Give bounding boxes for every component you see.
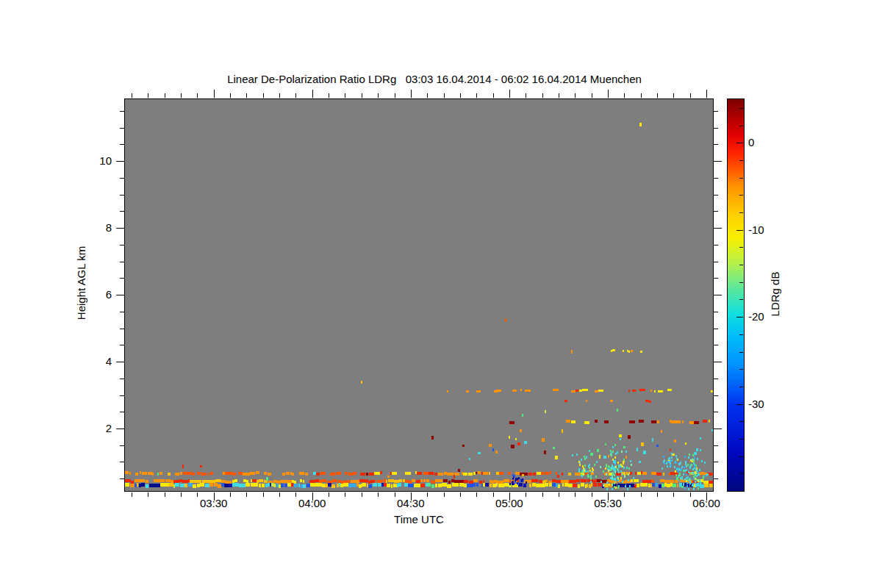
y-tick-minor-right (714, 395, 718, 396)
x-tick-minor-top (526, 93, 526, 98)
x-tick-minor (657, 492, 658, 497)
y-tick-minor (120, 445, 124, 446)
x-tick-minor (575, 492, 576, 497)
y-tick-minor (120, 462, 124, 462)
y-tick-minor-right (714, 412, 718, 412)
y-tick-minor (120, 144, 124, 145)
x-tick-minor-top (559, 93, 559, 98)
x-tick-minor-top (148, 93, 148, 98)
x-tick-minor-top (460, 93, 461, 98)
x-tick-minor (279, 492, 280, 497)
x-tick-minor-top (329, 93, 329, 98)
y-tick-minor-right (714, 312, 718, 312)
colorbar (727, 98, 745, 492)
x-tick-major-top (608, 90, 609, 98)
colorbar-tick-minor (739, 387, 743, 387)
y-tick-label: 4 (76, 355, 112, 368)
x-tick-major-top (312, 90, 313, 98)
colorbar-tick-minor (739, 160, 743, 161)
y-tick-minor (120, 278, 124, 279)
y-tick-major-right (714, 362, 722, 362)
colorbar-tick-minor (739, 456, 743, 457)
x-tick-label: 06:00 (683, 497, 730, 509)
y-tick-minor (120, 128, 124, 129)
y-tick-minor (120, 412, 124, 412)
y-tick-minor-right (714, 128, 718, 129)
x-tick-minor (378, 492, 379, 497)
x-tick-major-top (706, 90, 707, 98)
y-tick-major-right (714, 161, 722, 162)
colorbar-tick-minor (739, 195, 743, 196)
x-tick-minor-top (165, 93, 165, 98)
y-tick-major (116, 429, 124, 429)
colorbar-tick-minor (739, 282, 743, 283)
y-tick-minor-right (714, 379, 718, 379)
x-tick-minor-top (657, 93, 658, 98)
x-tick-minor-top (279, 93, 280, 98)
x-tick-minor-top (132, 93, 132, 98)
x-tick-minor (476, 492, 477, 497)
x-tick-minor-top (493, 93, 494, 98)
y-tick-minor-right (714, 245, 718, 245)
x-tick-minor (641, 492, 642, 497)
y-tick-major-right (714, 429, 722, 429)
colorbar-tick-minor (739, 265, 743, 265)
x-axis-title: Time UTC (125, 513, 713, 526)
x-tick-minor-top (641, 93, 642, 98)
colorbar-tick-minor (739, 178, 743, 179)
y-tick-minor-right (714, 195, 718, 196)
y-tick-minor (120, 379, 124, 379)
x-tick-minor-top (181, 93, 182, 98)
y-tick-major-right (714, 295, 722, 295)
x-tick-minor-top (542, 93, 543, 98)
x-tick-minor-top (295, 93, 296, 98)
figure: Linear De-Polarization Ratio LDRg 03:03 … (0, 0, 882, 588)
y-tick-minor-right (714, 111, 718, 112)
colorbar-tick-minor (739, 334, 743, 335)
x-tick-major-top (214, 90, 215, 98)
colorbar-tick-minor (739, 352, 743, 353)
x-tick-minor-top (592, 93, 592, 98)
colorbar-tick-label: -10 (748, 223, 781, 236)
y-tick-label: 10 (76, 154, 112, 167)
y-tick-minor (120, 245, 124, 245)
y-tick-minor-right (714, 478, 718, 479)
y-tick-minor (120, 195, 124, 196)
colorbar-tick-minor (739, 126, 743, 126)
x-tick-minor-top (673, 93, 674, 98)
y-tick-minor (120, 111, 124, 112)
colorbar-tick-major (736, 404, 743, 405)
x-tick-major-top (411, 90, 412, 98)
colorbar-gradient (728, 99, 744, 491)
y-tick-minor-right (714, 178, 718, 179)
y-tick-minor-right (714, 144, 718, 145)
y-tick-minor (120, 262, 124, 262)
y-tick-minor-right (714, 211, 718, 212)
colorbar-tick-minor (739, 421, 743, 422)
y-tick-minor-right (714, 262, 718, 262)
colorbar-tick-minor (739, 247, 743, 248)
x-tick-major-top (509, 90, 510, 98)
colorbar-tick-minor (739, 473, 743, 474)
x-tick-minor (181, 492, 182, 497)
colorbar-tick-minor (739, 108, 743, 109)
colorbar-tick-minor (739, 369, 743, 370)
y-tick-minor (120, 395, 124, 396)
x-tick-minor-top (362, 93, 362, 98)
plot-area (124, 98, 714, 492)
x-tick-minor (263, 492, 264, 497)
colorbar-title: LDRg dB (769, 243, 781, 345)
colorbar-tick-major (736, 143, 743, 143)
y-tick-minor (120, 312, 124, 312)
x-tick-minor (460, 492, 461, 497)
y-axis-title: Height AGL km (75, 232, 87, 334)
x-tick-minor (165, 492, 165, 497)
y-tick-minor-right (714, 329, 718, 329)
colorbar-tick-minor (739, 439, 743, 440)
colorbar-tick-minor (739, 299, 743, 300)
x-tick-minor-top (345, 93, 345, 98)
x-tick-minor-top (263, 93, 264, 98)
x-tick-minor (444, 492, 445, 497)
y-tick-major (116, 295, 124, 295)
x-tick-minor-top (230, 93, 231, 98)
